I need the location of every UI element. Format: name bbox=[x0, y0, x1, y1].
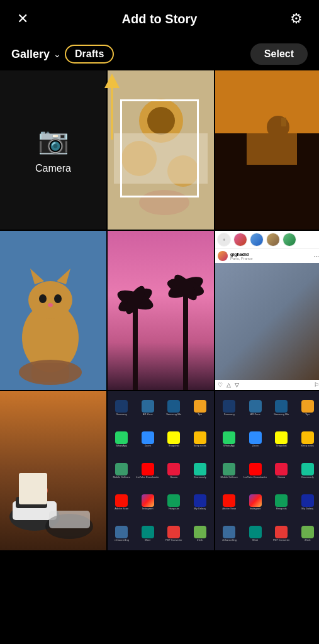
svg-rect-42 bbox=[19, 473, 47, 504]
camera-icon: 📷 bbox=[38, 126, 69, 155]
instagram-screenshot-image[interactable]: + gighadid Paris, France ··· ♡ △ bbox=[215, 231, 319, 390]
svg-rect-44 bbox=[49, 511, 90, 528]
app-icon[interactable]: Snapchat bbox=[269, 424, 294, 455]
spacer bbox=[243, 382, 310, 388]
app-icon[interactable]: Zoom bbox=[135, 424, 161, 455]
app-icon[interactable]: Instagram bbox=[135, 487, 161, 518]
instagram-ui: + gighadid Paris, France ··· ♡ △ bbox=[215, 231, 319, 390]
select-button[interactable]: Select bbox=[250, 43, 308, 65]
comment-icon: △ bbox=[227, 382, 231, 388]
story-bubble bbox=[266, 233, 280, 247]
app-icon[interactable]: Gaana bbox=[161, 455, 187, 486]
app-icon[interactable]: AR Zone bbox=[243, 392, 269, 423]
app-icon[interactable]: eChannelling bbox=[109, 518, 135, 549]
post-image bbox=[215, 263, 319, 380]
svg-point-20 bbox=[39, 294, 47, 303]
svg-rect-26 bbox=[133, 306, 138, 390]
app-icon[interactable]: Tips bbox=[187, 392, 213, 423]
app-icon[interactable]: Meet bbox=[243, 518, 269, 549]
svg-rect-24 bbox=[31, 363, 69, 382]
share-icon: ▽ bbox=[235, 382, 239, 388]
app-icon[interactable]: Grammarly bbox=[187, 455, 213, 486]
svg-point-17 bbox=[28, 281, 72, 319]
post-location: Paris, France bbox=[230, 257, 311, 260]
app-icon[interactable]: Samsung bbox=[216, 392, 242, 423]
app-icon[interactable]: Mobile Selfcare bbox=[216, 455, 242, 486]
app-icon[interactable]: Samsung bbox=[109, 392, 135, 423]
story-bubble bbox=[250, 233, 264, 247]
app-icon[interactable]: Grammarly bbox=[295, 455, 320, 486]
app-icon[interactable]: eChannelling bbox=[216, 518, 242, 549]
white-selection-rect bbox=[120, 99, 199, 198]
photo-grid: 📷 Camera bbox=[0, 70, 319, 550]
app-icon[interactable]: PDF Converter bbox=[269, 518, 294, 549]
apps-screenshot-2[interactable]: SamsungAR ZoneSamsung MixTipsWhatsAppZoo… bbox=[215, 391, 319, 550]
gallery-row: Gallery ⌄ Drafts Select bbox=[0, 38, 319, 70]
camera-label: Camera bbox=[35, 163, 71, 174]
close-button[interactable]: ✕ bbox=[11, 8, 34, 30]
app-icon[interactable]: My Galaxy bbox=[187, 487, 213, 518]
app-icon[interactable]: Hangouts bbox=[161, 487, 187, 518]
app-icon[interactable]: Samsung Mix bbox=[161, 392, 187, 423]
app-icon[interactable]: WhatsApp bbox=[216, 424, 242, 455]
your-story-bubble: + bbox=[217, 233, 231, 247]
app-icon[interactable]: Keep notes bbox=[295, 424, 320, 455]
app-icon[interactable]: iHerb bbox=[295, 518, 320, 549]
app-icon[interactable]: Gaana bbox=[269, 455, 294, 486]
save-icon: ⚐ bbox=[314, 382, 319, 388]
chevron-down-icon: ⌄ bbox=[53, 49, 61, 59]
svg-point-21 bbox=[54, 294, 62, 303]
apps-screenshot-1[interactable]: SamsungAR ZoneSamsung MixTipsWhatsAppZoo… bbox=[108, 391, 214, 550]
app-icon[interactable]: WhatsApp bbox=[109, 424, 135, 455]
sunflower-image[interactable] bbox=[108, 70, 214, 230]
app-icon[interactable]: My Galaxy bbox=[295, 487, 320, 518]
app-icon[interactable]: Adobe Scan bbox=[216, 487, 242, 518]
page-title: Add to Story bbox=[122, 12, 198, 26]
app-icon[interactable]: PDF Converter bbox=[161, 518, 187, 549]
svg-point-22 bbox=[48, 303, 53, 307]
story-bubble bbox=[283, 233, 296, 247]
svg-rect-27 bbox=[183, 294, 188, 390]
app-icon[interactable]: Hangouts bbox=[269, 487, 294, 518]
app-icon[interactable]: Instagram bbox=[243, 487, 269, 518]
settings-icon[interactable]: ⚙ bbox=[285, 8, 308, 30]
svg-rect-14 bbox=[247, 89, 297, 165]
app-icon[interactable]: Snapchat bbox=[161, 424, 187, 455]
app-icon[interactable]: Keep notes bbox=[187, 424, 213, 455]
stories-bar: + bbox=[215, 231, 319, 249]
like-icon: ♡ bbox=[218, 382, 223, 388]
drafts-button[interactable]: Drafts bbox=[65, 45, 114, 64]
app-icon[interactable]: Adobe Scan bbox=[109, 487, 135, 518]
shadow-person-image[interactable] bbox=[215, 70, 319, 230]
more-icon: ··· bbox=[314, 253, 319, 260]
post-username: gighadid bbox=[230, 252, 311, 257]
story-bubble bbox=[233, 233, 247, 247]
gallery-selector[interactable]: Gallery ⌄ Drafts bbox=[11, 45, 114, 64]
app-icon[interactable]: iHerb bbox=[187, 518, 213, 549]
gallery-label: Gallery bbox=[11, 48, 50, 61]
camera-cell[interactable]: 📷 Camera bbox=[0, 70, 106, 230]
cat-image[interactable] bbox=[0, 231, 106, 390]
app-icon[interactable]: InsTube Downloader bbox=[135, 455, 161, 486]
post-header: gighadid Paris, France ··· bbox=[215, 249, 319, 263]
app-icon[interactable]: Meet bbox=[135, 518, 161, 549]
app-icon[interactable]: Samsung Mix bbox=[269, 392, 294, 423]
post-avatar bbox=[218, 251, 228, 261]
app-icon[interactable]: AR Zone bbox=[135, 392, 161, 423]
app-icon[interactable]: Tips bbox=[295, 392, 320, 423]
shoes-image[interactable] bbox=[0, 391, 106, 550]
app-icon[interactable]: Mobile Selfcare bbox=[109, 455, 135, 486]
post-info: gighadid Paris, France bbox=[230, 252, 311, 260]
app-icon[interactable]: InsTube Downloader bbox=[243, 455, 269, 486]
app-icon[interactable]: Zoom bbox=[243, 424, 269, 455]
post-actions: ♡ △ ▽ ⚐ bbox=[215, 380, 319, 390]
pink-sky-image[interactable] bbox=[108, 231, 214, 390]
header: ✕ Add to Story ⚙ bbox=[0, 0, 319, 38]
